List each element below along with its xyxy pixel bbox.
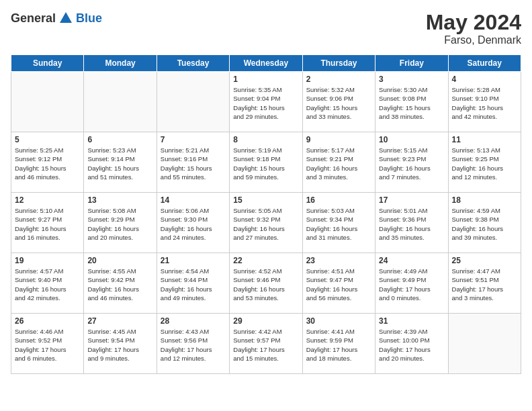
cell-content: Sunrise: 4:46 AM Sunset: 9:52 PM Dayligh… (15, 327, 80, 363)
week-row-1: 5Sunrise: 5:25 AM Sunset: 9:12 PM Daylig… (11, 132, 521, 193)
day-number: 13 (87, 195, 152, 205)
cal-cell: 1Sunrise: 5:35 AM Sunset: 9:04 PM Daylig… (230, 72, 302, 132)
day-number: 15 (233, 195, 298, 205)
day-number: 16 (306, 195, 371, 205)
cal-cell: 6Sunrise: 5:23 AM Sunset: 9:14 PM Daylig… (84, 132, 157, 193)
day-header-sunday: Sunday (11, 55, 84, 72)
week-row-4: 26Sunrise: 4:46 AM Sunset: 9:52 PM Dayli… (11, 314, 521, 374)
cal-cell: 2Sunrise: 5:32 AM Sunset: 9:06 PM Daylig… (302, 72, 375, 132)
cal-cell (157, 72, 229, 132)
cal-cell: 4Sunrise: 5:28 AM Sunset: 9:10 PM Daylig… (448, 72, 521, 132)
logo: General Blue (11, 11, 102, 26)
cal-cell: 27Sunrise: 4:45 AM Sunset: 9:54 PM Dayli… (84, 314, 157, 374)
cell-content: Sunrise: 4:42 AM Sunset: 9:57 PM Dayligh… (233, 327, 298, 363)
day-number: 1 (233, 75, 298, 84)
cell-content: Sunrise: 5:01 AM Sunset: 9:36 PM Dayligh… (379, 206, 444, 242)
calendar-table: SundayMondayTuesdayWednesdayThursdayFrid… (11, 54, 521, 374)
cal-cell: 18Sunrise: 4:59 AM Sunset: 9:38 PM Dayli… (448, 193, 521, 253)
day-number: 10 (379, 135, 444, 144)
cal-cell: 19Sunrise: 4:57 AM Sunset: 9:40 PM Dayli… (11, 253, 84, 314)
cell-content: Sunrise: 5:05 AM Sunset: 9:32 PM Dayligh… (233, 206, 298, 242)
cal-cell: 12Sunrise: 5:10 AM Sunset: 9:27 PM Dayli… (11, 193, 84, 253)
day-header-saturday: Saturday (448, 55, 521, 72)
cal-cell: 10Sunrise: 5:15 AM Sunset: 9:23 PM Dayli… (375, 132, 448, 193)
cell-content: Sunrise: 4:39 AM Sunset: 10:00 PM Daylig… (379, 327, 444, 363)
svg-marker-0 (60, 12, 72, 23)
day-header-friday: Friday (375, 55, 448, 72)
cell-content: Sunrise: 4:54 AM Sunset: 9:44 PM Dayligh… (161, 267, 226, 302)
day-number: 28 (161, 316, 226, 326)
title-block: May 2024 Farso, Denmark (426, 11, 521, 46)
day-number: 2 (306, 75, 371, 84)
cal-cell: 22Sunrise: 4:52 AM Sunset: 9:46 PM Dayli… (230, 253, 302, 314)
cell-content: Sunrise: 4:43 AM Sunset: 9:56 PM Dayligh… (161, 327, 226, 363)
cell-content: Sunrise: 5:28 AM Sunset: 9:10 PM Dayligh… (452, 85, 517, 121)
cell-content: Sunrise: 5:21 AM Sunset: 9:16 PM Dayligh… (161, 146, 226, 181)
cal-cell: 3Sunrise: 5:30 AM Sunset: 9:08 PM Daylig… (375, 72, 448, 132)
day-header-wednesday: Wednesday (230, 55, 302, 72)
day-number: 29 (233, 316, 298, 326)
cell-content: Sunrise: 5:17 AM Sunset: 9:21 PM Dayligh… (306, 146, 371, 181)
cell-content: Sunrise: 4:52 AM Sunset: 9:46 PM Dayligh… (233, 267, 298, 302)
day-number: 4 (452, 75, 517, 84)
cal-cell: 14Sunrise: 5:06 AM Sunset: 9:30 PM Dayli… (157, 193, 229, 253)
cal-cell: 9Sunrise: 5:17 AM Sunset: 9:21 PM Daylig… (302, 132, 375, 193)
cal-cell (448, 314, 521, 374)
cell-content: Sunrise: 5:25 AM Sunset: 9:12 PM Dayligh… (15, 146, 80, 181)
day-header-tuesday: Tuesday (157, 55, 229, 72)
cell-content: Sunrise: 5:13 AM Sunset: 9:25 PM Dayligh… (452, 146, 517, 181)
cal-cell: 17Sunrise: 5:01 AM Sunset: 9:36 PM Dayli… (375, 193, 448, 253)
day-number: 19 (15, 256, 80, 265)
cal-cell: 7Sunrise: 5:21 AM Sunset: 9:16 PM Daylig… (157, 132, 229, 193)
day-number: 11 (452, 135, 517, 144)
cal-cell: 23Sunrise: 4:51 AM Sunset: 9:47 PM Dayli… (302, 253, 375, 314)
cal-cell: 11Sunrise: 5:13 AM Sunset: 9:25 PM Dayli… (448, 132, 521, 193)
week-row-3: 19Sunrise: 4:57 AM Sunset: 9:40 PM Dayli… (11, 253, 521, 314)
day-header-thursday: Thursday (302, 55, 375, 72)
cell-content: Sunrise: 4:47 AM Sunset: 9:51 PM Dayligh… (452, 267, 517, 302)
day-number: 12 (15, 195, 80, 205)
day-number: 17 (379, 195, 444, 205)
day-number: 18 (452, 195, 517, 205)
cal-cell: 15Sunrise: 5:05 AM Sunset: 9:32 PM Dayli… (230, 193, 302, 253)
cal-cell: 25Sunrise: 4:47 AM Sunset: 9:51 PM Dayli… (448, 253, 521, 314)
cal-cell: 16Sunrise: 5:03 AM Sunset: 9:34 PM Dayli… (302, 193, 375, 253)
cell-content: Sunrise: 5:06 AM Sunset: 9:30 PM Dayligh… (161, 206, 226, 242)
day-number: 9 (306, 135, 371, 144)
cal-cell (11, 72, 84, 132)
cell-content: Sunrise: 5:19 AM Sunset: 9:18 PM Dayligh… (233, 146, 298, 181)
day-number: 22 (233, 256, 298, 265)
cell-content: Sunrise: 5:08 AM Sunset: 9:29 PM Dayligh… (87, 206, 152, 242)
cal-cell: 29Sunrise: 4:42 AM Sunset: 9:57 PM Dayli… (230, 314, 302, 374)
day-header-monday: Monday (84, 55, 157, 72)
cal-cell: 26Sunrise: 4:46 AM Sunset: 9:52 PM Dayli… (11, 314, 84, 374)
week-row-2: 12Sunrise: 5:10 AM Sunset: 9:27 PM Dayli… (11, 193, 521, 253)
cell-content: Sunrise: 4:45 AM Sunset: 9:54 PM Dayligh… (87, 327, 152, 363)
day-number: 31 (379, 316, 444, 326)
cell-content: Sunrise: 4:51 AM Sunset: 9:47 PM Dayligh… (306, 267, 371, 302)
cal-cell: 28Sunrise: 4:43 AM Sunset: 9:56 PM Dayli… (157, 314, 229, 374)
day-number: 3 (379, 75, 444, 84)
logo-general: General (11, 11, 56, 26)
day-number: 30 (306, 316, 371, 326)
days-header-row: SundayMondayTuesdayWednesdayThursdayFrid… (11, 55, 521, 72)
cell-content: Sunrise: 5:32 AM Sunset: 9:06 PM Dayligh… (306, 85, 371, 121)
cal-cell: 21Sunrise: 4:54 AM Sunset: 9:44 PM Dayli… (157, 253, 229, 314)
day-number: 25 (452, 256, 517, 265)
cal-cell: 20Sunrise: 4:55 AM Sunset: 9:42 PM Dayli… (84, 253, 157, 314)
cell-content: Sunrise: 5:03 AM Sunset: 9:34 PM Dayligh… (306, 206, 371, 242)
day-number: 24 (379, 256, 444, 265)
week-row-0: 1Sunrise: 5:35 AM Sunset: 9:04 PM Daylig… (11, 72, 521, 132)
cell-content: Sunrise: 4:55 AM Sunset: 9:42 PM Dayligh… (87, 267, 152, 302)
day-number: 5 (15, 135, 80, 144)
cell-content: Sunrise: 5:30 AM Sunset: 9:08 PM Dayligh… (379, 85, 444, 121)
cell-content: Sunrise: 4:49 AM Sunset: 9:49 PM Dayligh… (379, 267, 444, 302)
day-number: 21 (161, 256, 226, 265)
logo-icon (58, 11, 73, 26)
cell-content: Sunrise: 4:59 AM Sunset: 9:38 PM Dayligh… (452, 206, 517, 242)
day-number: 8 (233, 135, 298, 144)
cal-cell: 24Sunrise: 4:49 AM Sunset: 9:49 PM Dayli… (375, 253, 448, 314)
day-number: 26 (15, 316, 80, 326)
cal-cell: 8Sunrise: 5:19 AM Sunset: 9:18 PM Daylig… (230, 132, 302, 193)
cal-cell: 5Sunrise: 5:25 AM Sunset: 9:12 PM Daylig… (11, 132, 84, 193)
